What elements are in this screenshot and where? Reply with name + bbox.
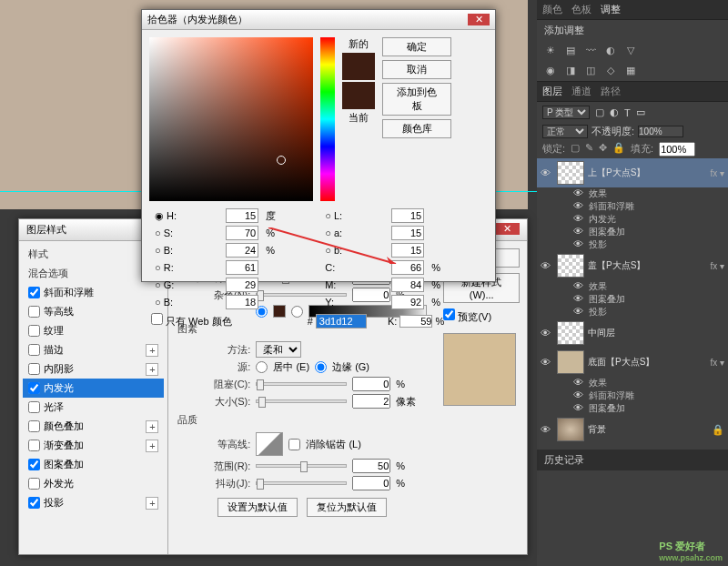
style-item-9[interactable]: 图案叠加 [23,455,164,474]
lut-icon[interactable]: ▦ [624,65,637,77]
style-check[interactable] [28,401,40,413]
layer-kind-select[interactable]: P 类型 [542,106,590,119]
fx-label[interactable]: fx ▾ [710,168,724,178]
visibility-icon[interactable]: 👁 [573,226,586,237]
style-item-7[interactable]: 颜色叠加+ [23,417,164,436]
blue-input[interactable] [226,295,258,309]
tab-swatches[interactable]: 色板 [571,3,592,16]
antialias-check[interactable] [288,439,300,450]
hue-icon[interactable]: ◉ [544,65,557,77]
effect-row[interactable]: 👁 斜面和浮雕 [537,389,728,402]
brightness-icon[interactable]: ☀ [544,45,557,57]
style-item-6[interactable]: 光泽 [23,398,164,417]
tab-layers[interactable]: 图层 [542,85,562,98]
effect-row[interactable]: 👁 效果 [537,377,728,389]
lock-pixels-icon[interactable]: ✎ [585,142,593,157]
plus-icon[interactable]: + [146,497,158,510]
plus-icon[interactable]: + [146,420,158,433]
visibility-icon[interactable]: 👁 [541,328,553,339]
visibility-icon[interactable]: 👁 [573,238,586,249]
effect-row[interactable]: 👁 图案叠加 [537,293,728,306]
lock-all-icon[interactable]: 🔒 [612,142,625,157]
web-only-check[interactable] [151,313,163,325]
hue-slider[interactable] [320,37,335,201]
range-value[interactable] [352,459,390,473]
levels-icon[interactable]: ▤ [564,45,577,57]
effect-row[interactable]: 👁 图案叠加 [537,226,728,238]
exposure-icon[interactable]: ◐ [604,45,617,57]
close-icon[interactable]: ✕ [494,223,520,235]
history-panel-tab[interactable]: 历史记录 [537,450,728,470]
tab-paths[interactable]: 路径 [601,85,621,98]
style-check[interactable] [28,363,40,375]
layer-row-1[interactable]: 👁盖【P大点S】fx ▾ [537,251,728,280]
y-input[interactable] [391,295,424,309]
visibility-icon[interactable]: 👁 [573,187,586,198]
bw-icon[interactable]: ◫ [584,65,597,77]
choke-value[interactable] [352,377,390,391]
style-item-8[interactable]: 渐变叠加+ [23,436,164,455]
style-check[interactable] [28,344,40,356]
style-item-10[interactable]: 外发光 [23,474,164,493]
opacity-input[interactable] [638,126,683,137]
plus-icon[interactable]: + [146,440,158,452]
color-picker-titlebar[interactable]: 拾色器（内发光颜色） ✕ [142,10,495,30]
filter-shape-icon[interactable]: ▭ [636,106,645,118]
layer-row-0[interactable]: 👁上【P大点S】fx ▾ [537,158,728,187]
style-check[interactable] [28,440,40,451]
jitter-slider[interactable] [256,481,347,485]
filter-type-icon[interactable]: T [624,107,631,118]
style-check[interactable] [28,497,40,509]
effect-row[interactable]: 👁 斜面和浮雕 [537,200,728,213]
style-check[interactable] [28,325,40,337]
ok-button[interactable]: 确定 [382,37,451,56]
style-check[interactable] [28,459,40,470]
l-input[interactable] [391,208,424,223]
bv-input[interactable] [226,243,258,258]
visibility-icon[interactable]: 👁 [541,260,553,271]
s-input[interactable] [226,226,258,240]
range-slider[interactable] [256,464,347,468]
effect-row[interactable]: 👁 效果 [537,187,728,200]
visibility-icon[interactable]: 👁 [541,167,553,178]
set-default-button[interactable]: 设置为默认值 [217,498,298,517]
tab-adjustments[interactable]: 调整 [601,3,621,16]
r-input[interactable] [226,260,258,275]
effect-row[interactable]: 👁 内发光 [537,213,728,226]
filter-pixel-icon[interactable]: ▢ [595,106,604,118]
style-check[interactable] [28,287,40,298]
source-edge-radio[interactable] [315,361,327,373]
visibility-icon[interactable]: 👁 [573,280,586,291]
color-field[interactable] [149,37,313,201]
filter-adj-icon[interactable]: ◐ [610,106,619,118]
fx-label[interactable]: fx ▾ [710,261,724,271]
style-item-4[interactable]: 内阴影+ [23,359,164,379]
hex-input[interactable] [316,314,367,328]
effect-row[interactable]: 👁 投影 [537,238,728,251]
layer-row-3[interactable]: 👁底面【P大点S】fx ▾ [537,348,728,377]
visibility-icon[interactable]: 👁 [573,200,586,211]
close-icon[interactable]: ✕ [468,14,490,25]
style-check[interactable] [28,306,40,318]
effect-row[interactable]: 👁 图案叠加 [537,402,728,415]
m-input[interactable] [391,278,424,292]
cancel-button[interactable]: 取消 [382,60,451,79]
visibility-icon[interactable]: 👁 [573,389,586,400]
style-item-11[interactable]: 投影+ [23,493,164,512]
tab-color[interactable]: 颜色 [542,3,562,16]
visibility-icon[interactable]: 👁 [573,293,586,304]
layer-row-4[interactable]: 👁背景🔒 [537,415,728,444]
add-swatch-button[interactable]: 添加到色板 [382,83,451,116]
lock-trans-icon[interactable]: ▢ [571,142,580,157]
curves-icon[interactable]: 〰 [584,45,597,57]
balance-icon[interactable]: ◨ [564,65,577,77]
style-item-5[interactable]: 内发光 [23,379,164,398]
g-input[interactable] [226,278,258,292]
visibility-icon[interactable]: 👁 [573,377,586,388]
c-input[interactable] [391,260,424,275]
plus-icon[interactable]: + [146,344,158,357]
visibility-icon[interactable]: 👁 [573,213,586,224]
visibility-icon[interactable]: 👁 [573,306,586,317]
source-center-radio[interactable] [256,361,268,373]
style-check[interactable] [28,478,40,490]
